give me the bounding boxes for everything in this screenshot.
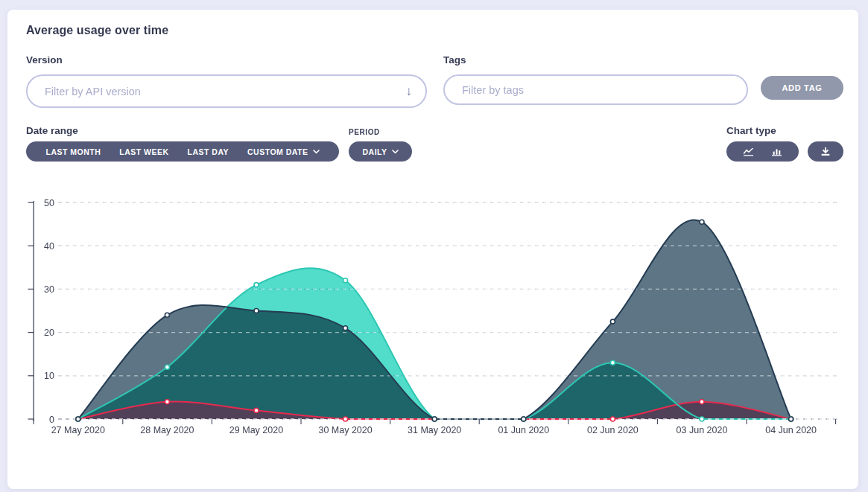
version-filter-input[interactable]	[43, 85, 406, 98]
bar-chart-button[interactable]	[771, 147, 782, 156]
download-chart	[808, 141, 843, 162]
chevron-down-icon	[313, 150, 320, 154]
bar-chart-icon	[771, 147, 782, 156]
last-week-button[interactable]: LAST WEEK	[119, 147, 168, 156]
page-title: Average usage over time	[26, 24, 168, 37]
arrow-down-icon[interactable]: ↓	[406, 85, 413, 98]
last-day-button[interactable]: LAST DAY	[188, 147, 229, 156]
chart-type-label: Chart type	[726, 125, 776, 136]
tags-label: Tags	[443, 54, 466, 66]
add-tag-button[interactable]: ADD TAG	[761, 76, 843, 100]
period-label: PERIOD	[349, 128, 380, 136]
version-label: Version	[26, 54, 63, 66]
period-select[interactable]: DAILY	[349, 141, 412, 162]
tags-filter	[443, 74, 748, 105]
date-range-bar: LAST MONTH LAST WEEK LAST DAY CUSTOM DAT…	[26, 141, 339, 162]
chevron-down-icon	[392, 150, 399, 154]
line-chart-button[interactable]	[743, 147, 754, 156]
date-range-label: Date range	[26, 125, 78, 136]
chart-type-toggle	[726, 141, 799, 162]
download-icon	[820, 147, 831, 156]
custom-date-button[interactable]: CUSTOM DATE	[247, 147, 320, 156]
period-value[interactable]: DAILY	[362, 147, 398, 156]
version-filter: ↓	[26, 74, 427, 108]
download-button[interactable]	[820, 147, 831, 156]
last-month-button[interactable]: LAST MONTH	[45, 147, 101, 156]
line-chart-icon	[743, 147, 754, 156]
tags-filter-input[interactable]	[460, 83, 733, 97]
